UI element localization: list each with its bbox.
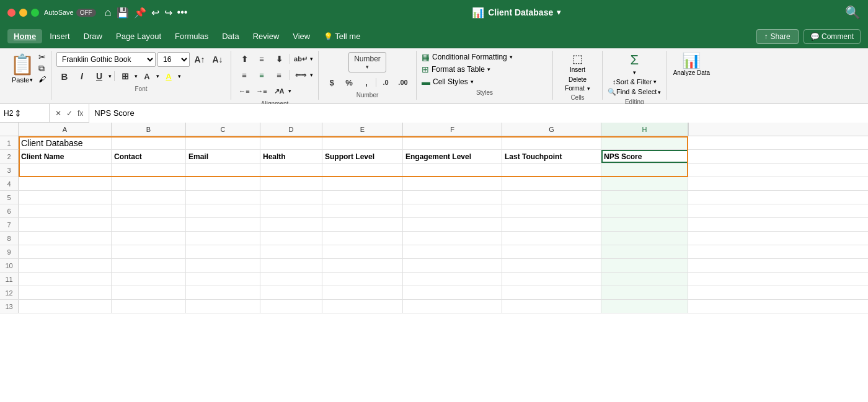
comma-button[interactable]: ,: [358, 76, 374, 89]
cell-b4[interactable]: [112, 177, 186, 190]
col-header-g[interactable]: G: [502, 123, 601, 136]
underline-button[interactable]: U: [91, 69, 107, 83]
cell-g13[interactable]: [502, 300, 601, 313]
cell-h2[interactable]: NPS Score: [601, 150, 688, 163]
cell-e3[interactable]: [322, 164, 403, 177]
cell-c13[interactable]: [186, 300, 260, 313]
cell-e6[interactable]: [322, 204, 403, 217]
align-top-button[interactable]: ⬆: [236, 52, 252, 66]
percent-button[interactable]: %: [341, 76, 357, 89]
orientation-dropdown[interactable]: ▾: [288, 88, 291, 94]
cell-a2[interactable]: Client Name: [19, 150, 112, 163]
decrease-indent-button[interactable]: ←≡: [236, 84, 252, 98]
format-painter-icon[interactable]: 🖌: [38, 75, 46, 84]
cell-a9[interactable]: [19, 245, 112, 258]
cell-d2[interactable]: Health: [260, 150, 322, 163]
find-select-label[interactable]: 🔍Find & Select: [608, 88, 657, 96]
cell-f2[interactable]: Engagement Level: [403, 150, 502, 163]
confirm-formula-button[interactable]: ✓: [64, 109, 74, 118]
cell-ref-arrows[interactable]: ⇕: [14, 108, 22, 118]
cell-e10[interactable]: [322, 259, 403, 272]
formula-input[interactable]: [89, 104, 868, 123]
cell-e1[interactable]: [322, 136, 403, 149]
cell-f7[interactable]: [403, 218, 502, 231]
col-header-b[interactable]: B: [112, 123, 186, 136]
cell-g7[interactable]: [502, 218, 601, 231]
cell-e5[interactable]: [322, 191, 403, 204]
cell-b5[interactable]: [112, 191, 186, 204]
cell-f9[interactable]: [403, 245, 502, 258]
cell-e7[interactable]: [322, 218, 403, 231]
cell-d6[interactable]: [260, 204, 322, 217]
font-color-dropdown[interactable]: ▾: [178, 73, 181, 79]
align-middle-button[interactable]: ≡: [254, 52, 270, 66]
cell-d9[interactable]: [260, 245, 322, 258]
cell-d4[interactable]: [260, 177, 322, 190]
cell-c12[interactable]: [186, 286, 260, 299]
more-icon[interactable]: •••: [177, 7, 188, 18]
cell-f8[interactable]: [403, 232, 502, 245]
col-header-h[interactable]: H: [601, 123, 688, 136]
col-header-d[interactable]: D: [260, 123, 322, 136]
cell-h3[interactable]: [601, 164, 688, 177]
cell-h5[interactable]: [601, 191, 688, 204]
cell-f11[interactable]: [403, 273, 502, 286]
wrap-text-button[interactable]: ab↵: [293, 52, 309, 66]
cell-b13[interactable]: [112, 300, 186, 313]
cell-g9[interactable]: [502, 245, 601, 258]
sigma-dropdown[interactable]: ▾: [633, 69, 636, 76]
cell-g2[interactable]: Last Touchpoint: [502, 150, 601, 163]
number-dropdown[interactable]: ▾: [366, 64, 369, 70]
align-left-button[interactable]: ≡: [236, 68, 252, 82]
analyze-label[interactable]: Analyze Data: [673, 69, 710, 76]
copy-icon[interactable]: ⧉: [38, 63, 46, 74]
number-format-box[interactable]: Number ▾: [348, 52, 386, 72]
cond-format-dropdown[interactable]: ▾: [510, 54, 513, 60]
paste-dropdown-icon[interactable]: ▾: [30, 77, 33, 83]
cell-a1[interactable]: Client Database: [19, 136, 112, 149]
cell-a5[interactable]: [19, 191, 112, 204]
cell-b6[interactable]: [112, 204, 186, 217]
menu-insert[interactable]: Insert: [43, 29, 76, 43]
cell-g1[interactable]: [502, 136, 601, 149]
pin-icon[interactable]: 📌: [134, 7, 146, 19]
cell-h11[interactable]: [601, 273, 688, 286]
cell-f5[interactable]: [403, 191, 502, 204]
cell-h7[interactable]: [601, 218, 688, 231]
cell-f12[interactable]: [403, 286, 502, 299]
menu-formulas[interactable]: Formulas: [169, 29, 215, 43]
font-size-select[interactable]: 16: [157, 52, 190, 67]
cell-styles-label[interactable]: Cell Styles: [433, 77, 468, 86]
home-icon[interactable]: ⌂: [105, 6, 112, 19]
cell-g12[interactable]: [502, 286, 601, 299]
cell-c8[interactable]: [186, 232, 260, 245]
cell-c11[interactable]: [186, 273, 260, 286]
cell-styles-dropdown[interactable]: ▾: [471, 79, 474, 85]
search-icon[interactable]: 🔍: [845, 5, 861, 20]
cell-a3[interactable]: [19, 164, 112, 177]
format-table-dropdown[interactable]: ▾: [487, 66, 490, 72]
menu-home[interactable]: Home: [7, 29, 42, 43]
cell-a10[interactable]: [19, 259, 112, 272]
decrease-decimal-button[interactable]: .0: [378, 76, 394, 89]
cell-b3[interactable]: [112, 164, 186, 177]
cell-a8[interactable]: [19, 232, 112, 245]
cell-f10[interactable]: [403, 259, 502, 272]
format-as-table-label[interactable]: Format as Table: [432, 65, 485, 74]
menu-data[interactable]: Data: [216, 29, 245, 43]
cell-h12[interactable]: [601, 286, 688, 299]
currency-button[interactable]: $: [324, 76, 340, 89]
fullscreen-button[interactable]: [31, 9, 39, 17]
cell-e2[interactable]: Support Level: [322, 150, 403, 163]
font-color-button[interactable]: A: [161, 69, 177, 83]
cell-a13[interactable]: [19, 300, 112, 313]
italic-button[interactable]: I: [74, 69, 90, 83]
cell-d11[interactable]: [260, 273, 322, 286]
cell-h6[interactable]: [601, 204, 688, 217]
cell-b9[interactable]: [112, 245, 186, 258]
cell-c2[interactable]: Email: [186, 150, 260, 163]
menu-tell-me[interactable]: 💡 Tell me: [317, 29, 366, 43]
cell-reference-box[interactable]: H2 ⇕: [0, 104, 50, 123]
cell-b2[interactable]: Contact: [112, 150, 186, 163]
autosave-badge[interactable]: OFF: [76, 9, 96, 17]
